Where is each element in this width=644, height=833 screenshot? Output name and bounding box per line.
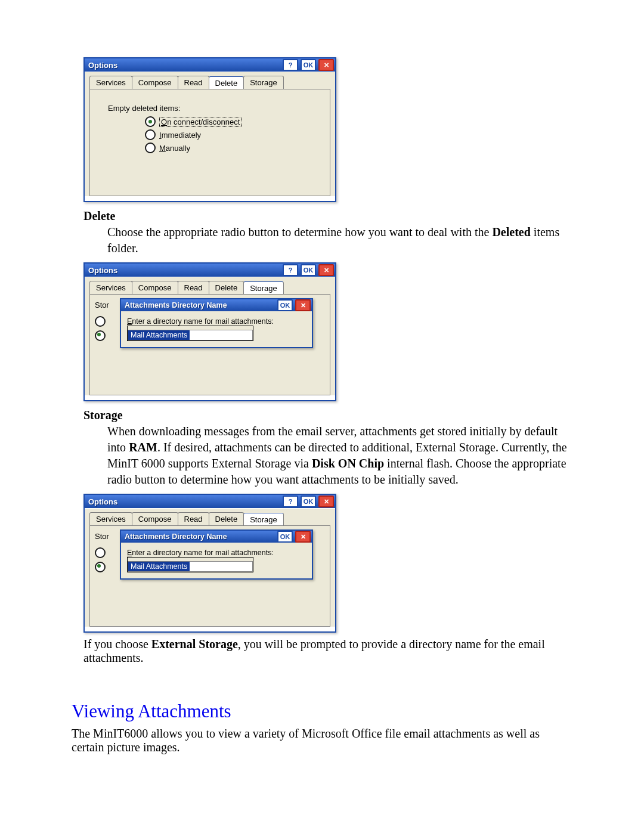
- radio-icon: [145, 116, 156, 127]
- help-button[interactable]: ?: [283, 59, 298, 71]
- radio-icon: [95, 316, 106, 327]
- storage-radios-clipped: [95, 544, 106, 576]
- popup-body: Enter a directory name for mail attachme…: [121, 311, 312, 347]
- storage-paragraph: When downloading messages from the email…: [107, 423, 572, 488]
- tab-strip: Services Compose Read Delete Storage: [85, 277, 335, 294]
- options-dialog-storage: Options ? OK ✕ Services Compose Read Del…: [83, 262, 336, 401]
- tab-services[interactable]: Services: [89, 512, 132, 525]
- storage-pane: Stor Attachments Directory Name OK ✕ Ent…: [89, 294, 330, 395]
- popup-ok-button[interactable]: OK: [277, 531, 293, 543]
- tab-delete[interactable]: Delete: [209, 512, 244, 525]
- popup-title: Attachments Directory Name: [121, 301, 276, 309]
- dialog-client: Services Compose Read Delete Storage Sto…: [85, 277, 335, 395]
- close-button[interactable]: ✕: [318, 496, 334, 507]
- tab-read[interactable]: Read: [178, 512, 209, 525]
- help-button[interactable]: ?: [283, 496, 298, 507]
- help-button[interactable]: ?: [283, 264, 298, 276]
- radio-icon: [95, 547, 106, 558]
- attachments-dir-popup: Attachments Directory Name OK ✕ Enter a …: [120, 529, 313, 580]
- radio-immediately[interactable]: Immediately: [145, 129, 330, 140]
- directory-input[interactable]: Mail Attachments: [127, 557, 253, 572]
- tab-delete[interactable]: Delete: [209, 281, 244, 294]
- tab-read[interactable]: Read: [178, 281, 209, 294]
- dialog-title: Options: [85, 266, 281, 275]
- titlebar: Options ? OK ✕: [85, 264, 335, 277]
- tab-delete[interactable]: Delete: [209, 76, 244, 89]
- dialog-client: Services Compose Read Delete Storage Sto…: [85, 508, 335, 627]
- directory-input[interactable]: Mail Attachments: [127, 326, 253, 341]
- popup-body: Enter a directory name for mail attachme…: [121, 543, 312, 578]
- tab-strip: Services Compose Read Delete Storage: [85, 72, 335, 89]
- directory-input-value: Mail Attachments: [128, 330, 190, 340]
- close-button[interactable]: ✕: [318, 264, 334, 276]
- titlebar: Options ? OK ✕: [85, 495, 335, 508]
- delete-heading: Delete: [83, 209, 572, 223]
- radio-manually[interactable]: Manually: [145, 143, 330, 153]
- dialog-title: Options: [85, 61, 281, 70]
- storage-label-clipped: Stor: [95, 532, 109, 541]
- options-dialog-storage: Options ? OK ✕ Services Compose Read Del…: [83, 494, 336, 633]
- popup-label: Enter a directory name for mail attachme…: [127, 549, 306, 557]
- tab-services[interactable]: Services: [89, 76, 132, 89]
- radio-icon: [95, 562, 106, 572]
- ok-button[interactable]: OK: [301, 264, 316, 276]
- options-dialog: Options ? OK ✕ Services Compose Read Del…: [83, 57, 336, 202]
- radio-label: Immediately: [159, 131, 201, 140]
- tab-storage[interactable]: Storage: [243, 281, 284, 295]
- figure-options-storage-2: Options ? OK ✕ Services Compose Read Del…: [83, 494, 572, 633]
- tab-compose[interactable]: Compose: [132, 281, 178, 294]
- popup-title: Attachments Directory Name: [121, 532, 276, 541]
- tab-strip: Services Compose Read Delete Storage: [85, 509, 335, 525]
- radio-icon: [145, 143, 156, 153]
- ok-button[interactable]: OK: [301, 59, 316, 71]
- dialog-client: Services Compose Read Delete Storage Emp…: [85, 72, 335, 196]
- popup-label: Enter a directory name for mail attachme…: [127, 317, 306, 326]
- close-button[interactable]: ✕: [318, 59, 334, 71]
- radio-on-connect[interactable]: On connect/disconnect: [145, 116, 330, 127]
- tab-compose[interactable]: Compose: [132, 76, 178, 89]
- delete-pane: Empty deleted items: On connect/disconne…: [89, 89, 330, 196]
- popup-close-button[interactable]: ✕: [295, 299, 311, 311]
- figure-options-storage-1: Options ? OK ✕ Services Compose Read Del…: [83, 262, 572, 401]
- storage-label-clipped: Stor: [95, 301, 109, 309]
- empty-items-label: Empty deleted items:: [108, 104, 330, 113]
- directory-input-value: Mail Attachments: [128, 562, 190, 571]
- popup-close-button[interactable]: ✕: [295, 531, 311, 543]
- ok-button[interactable]: OK: [301, 496, 316, 507]
- radio-icon: [145, 129, 156, 140]
- section-viewing-attachments: Viewing Attachments: [72, 701, 572, 722]
- popup-titlebar: Attachments Directory Name OK ✕: [121, 531, 312, 543]
- titlebar: Options ? OK ✕: [85, 58, 335, 72]
- external-storage-note: If you choose External Storage, you will…: [83, 637, 572, 665]
- attachments-dir-popup: Attachments Directory Name OK ✕ Enter a …: [120, 298, 313, 348]
- tab-storage[interactable]: Storage: [243, 76, 284, 89]
- delete-paragraph: Choose the appropriate radio button to d…: [107, 224, 572, 256]
- radio-label: Manually: [159, 144, 190, 153]
- storage-pane: Stor Attachments Directory Name OK ✕ Ent…: [89, 525, 330, 627]
- radio-icon: [95, 330, 106, 341]
- popup-titlebar: Attachments Directory Name OK ✕: [121, 299, 312, 311]
- radio-label: On connect/disconnect: [159, 117, 242, 127]
- tab-services[interactable]: Services: [89, 281, 132, 294]
- tab-storage[interactable]: Storage: [243, 513, 284, 526]
- tab-compose[interactable]: Compose: [132, 512, 178, 525]
- tab-read[interactable]: Read: [178, 76, 209, 89]
- storage-heading: Storage: [83, 408, 572, 422]
- popup-ok-button[interactable]: OK: [277, 299, 293, 311]
- section-viewing-body: The MinIT6000 allows you to view a varie…: [72, 727, 572, 754]
- storage-radios-clipped: [95, 312, 106, 345]
- figure-options-delete: Options ? OK ✕ Services Compose Read Del…: [83, 57, 572, 202]
- dialog-title: Options: [85, 497, 281, 506]
